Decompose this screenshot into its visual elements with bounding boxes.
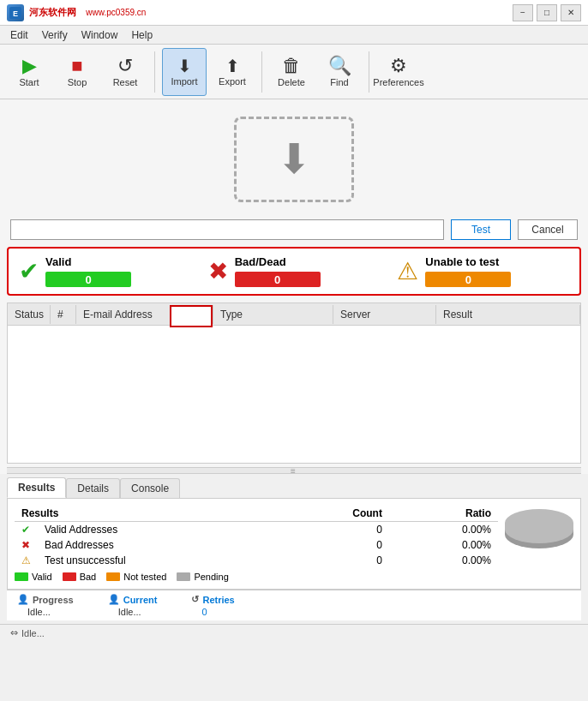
pie-chart-disk [505,509,573,543]
table-body [8,326,580,463]
results-row: ✔ Valid Addresses 0 0.00% [15,522,498,538]
legend-color [106,572,120,581]
url-input[interactable] [10,219,444,240]
menu-verify[interactable]: Verify [35,27,75,43]
find-button[interactable]: 🔍 Find [317,48,362,96]
reset-button[interactable]: ↺ Reset [103,48,147,96]
legend-item: Bad [63,572,97,582]
legend-item: Not tested [106,572,166,582]
main-content: ⬇ Test Cancel ✔ Valid 0 ✖ Bad/Dead 0 ⚠ U… [0,99,588,474]
unable-status-box: ⚠ Unable to test 0 [397,255,569,287]
progress-label: 👤 Progress [17,594,74,605]
col-email: E-mail Address [76,305,213,324]
stop-label: Stop [68,77,87,87]
menu-help[interactable]: Help [124,27,159,43]
app-title: 河东软件网 www.pc0359.cn [29,6,513,19]
row-ratio: 0.00% [389,522,498,538]
delete-label: Delete [278,77,305,87]
bad-icon: ✖ [208,260,228,284]
svg-text:E: E [13,9,18,18]
find-label: Find [330,77,348,87]
email-table: Status # E-mail Address Type Server Resu… [7,303,581,464]
valid-bar: 0 [45,272,131,287]
status-footer: ⇔ Idle... [0,624,588,641]
unable-icon: ⚠ [397,260,418,284]
valid-status-box: ✔ Valid 0 [19,255,191,287]
import-drop-zone[interactable]: ⬇ [234,117,354,202]
reset-label: Reset [113,77,138,87]
status-row: ✔ Valid 0 ✖ Bad/Dead 0 ⚠ Unable to test … [7,247,581,296]
legend-color [63,572,76,581]
current-icon: 👤 [108,594,120,605]
row-count: 0 [279,522,389,538]
col-type: Type [213,305,333,324]
row-label: Valid Addresses [38,522,279,538]
bad-info: Bad/Dead 0 [235,255,321,287]
maximize-button[interactable]: □ [537,4,557,21]
start-button[interactable]: ▶ Start [7,48,51,96]
window-controls: − □ ✕ [513,4,581,21]
progress-icon: 👤 [17,594,29,605]
import-button[interactable]: ⬇ Import [162,48,207,96]
table-header: Status # E-mail Address Type Server Resu… [8,303,580,326]
unable-info: Unable to test 0 [425,255,511,287]
preferences-button[interactable]: ⚙ Preferences [376,48,421,96]
legend-label: Pending [194,572,228,582]
results-heading: Results [15,506,279,522]
col-status: Status [8,305,51,324]
start-label: Start [19,77,39,87]
row-label: Bad Addresses [38,537,279,553]
stop-icon: ■ [71,57,82,75]
export-button[interactable]: ⬆ Export [210,48,255,96]
import-area[interactable]: ⬇ [0,99,588,219]
import-icon: ⬇ [177,57,192,75]
menu-window[interactable]: Window [75,27,125,43]
close-button[interactable]: ✕ [561,4,581,21]
app-logo: E [7,4,24,21]
retries-icon: ↺ [191,594,199,605]
test-button[interactable]: Test [451,219,511,240]
find-icon: 🔍 [328,57,351,75]
valid-label: Valid [45,255,131,268]
legend-item: Pending [177,572,228,582]
stop-button[interactable]: ■ Stop [55,48,99,96]
results-left: Results Count Ratio ✔ Valid Addresses 0 … [15,506,498,582]
resize-handle[interactable]: ≡ [7,467,581,474]
tabs-bar: Results Details Console [0,477,588,498]
delete-button[interactable]: 🗑 Delete [269,48,314,96]
ratio-heading: Ratio [389,506,498,522]
retries-col: ↺ Retries 0 [191,594,234,617]
legend-item: Valid [15,572,52,582]
col-result: Result [436,305,580,324]
results-panel: Results Count Ratio ✔ Valid Addresses 0 … [7,498,581,590]
results-right [505,506,573,582]
delete-icon: 🗑 [282,57,301,75]
count-heading: Count [279,506,389,522]
legend-label: Not tested [123,572,166,582]
bad-status-box: ✖ Bad/Dead 0 [208,255,381,287]
minimize-button[interactable]: − [513,4,533,21]
menu-edit[interactable]: Edit [3,27,35,43]
current-label: 👤 Current [108,594,158,605]
valid-icon: ✔ [19,260,39,284]
cancel-button[interactable]: Cancel [518,219,578,240]
preferences-icon: ⚙ [390,57,407,75]
unable-label: Unable to test [425,255,511,268]
valid-info: Valid 0 [45,255,131,287]
tab-results[interactable]: Results [7,477,66,498]
toolbar: ▶ Start ■ Stop ↺ Reset ⬇ Import ⬆ Export… [0,45,588,99]
status-footer-icon: ⇔ [10,627,18,638]
reset-icon: ↺ [117,57,133,75]
progress-section: 👤 Progress Idle... 👤 Current Idle... ↺ R… [7,590,581,620]
start-icon: ▶ [22,57,37,75]
tab-console[interactable]: Console [120,478,180,498]
retries-label: ↺ Retries [191,594,234,605]
col-hash: # [51,305,76,324]
separator-2 [261,51,262,93]
row-icon: ✖ [15,537,38,553]
tab-details[interactable]: Details [66,478,120,498]
watermark-url: www.pc0359.cn [86,8,146,17]
unable-bar: 0 [425,272,511,287]
results-row: ✖ Bad Addresses 0 0.00% [15,537,498,553]
progress-value: Idle... [17,607,74,617]
